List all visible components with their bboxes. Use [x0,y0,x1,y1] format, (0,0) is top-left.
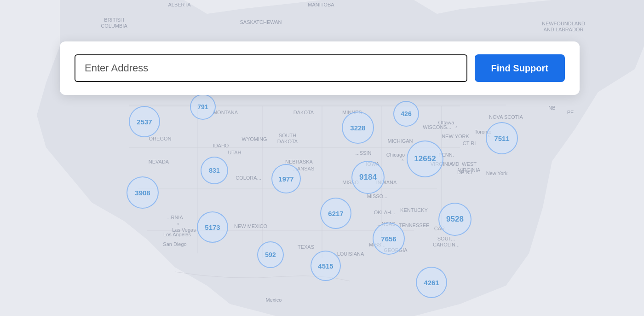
svg-text:SOUT...: SOUT... [437,236,455,241]
map-cluster[interactable]: 4261 [416,267,447,298]
svg-text:AND LABRADOR: AND LABRADOR [544,27,584,32]
svg-text:COLUMBIA: COLUMBIA [101,23,127,29]
svg-text:°: ° [177,222,179,228]
svg-text:Ottawa: Ottawa [438,120,455,125]
svg-text:WEST: WEST [462,161,477,167]
svg-text:Los Angeles: Los Angeles [163,232,191,237]
svg-text:CT RI: CT RI [463,140,476,146]
svg-text:BRITISH: BRITISH [104,17,124,23]
svg-text:MANITOBA: MANITOBA [308,2,334,7]
svg-text:OREGON: OREGON [149,136,172,141]
svg-text:MICHIGAN: MICHIGAN [388,138,413,144]
svg-text:...RNIA: ...RNIA [167,215,183,220]
svg-text:MONTANA: MONTANA [213,110,238,115]
map-cluster[interactable]: 12652 [407,140,443,177]
svg-text:VIRGINIA: VIRGINIA [458,167,481,173]
svg-text:MISSO...: MISSO... [367,193,388,199]
svg-text:DAKOTA: DAKOTA [293,110,314,115]
map-cluster[interactable]: 9528 [438,203,472,236]
svg-text:San Diego: San Diego [163,241,186,247]
svg-text:Chicago: Chicago [386,152,405,158]
svg-text:COLORA...: COLORA... [236,175,261,181]
svg-text:TENNESSEE: TENNESSEE [399,222,430,228]
svg-text:NOVA SCOTIA: NOVA SCOTIA [489,114,523,120]
svg-text:DAKOTA: DAKOTA [277,139,298,144]
svg-text:TEXAS: TEXAS [298,244,314,250]
map-cluster[interactable]: 592 [257,241,284,268]
map-cluster[interactable]: 3228 [342,111,374,144]
svg-text:NEBRASKA: NEBRASKA [285,159,313,164]
find-support-button[interactable]: Find Support [475,54,565,82]
svg-text:UTAH: UTAH [228,150,241,155]
svg-text:°: ° [455,125,457,131]
svg-text:ALBERTA: ALBERTA [168,2,191,7]
svg-text:...SSIN: ...SSIN [356,150,372,156]
svg-text:OKLAH...: OKLAH... [374,210,395,215]
map-cluster[interactable]: 2537 [129,106,160,137]
svg-text:SOUTH: SOUTH [279,133,297,138]
svg-text:NEW YORK: NEW YORK [442,134,469,139]
svg-text:SASKATCHEWAN: SASKATCHEWAN [240,19,282,25]
map-cluster[interactable]: 426 [393,101,419,127]
map-cluster[interactable]: 5173 [197,211,228,243]
svg-text:NEW MEXICO: NEW MEXICO [234,223,268,229]
svg-text:WYOMING: WYOMING [242,136,267,142]
search-panel: Find Support [60,41,580,95]
svg-text:IDAHO: IDAHO [213,143,229,148]
address-input[interactable] [75,54,467,82]
map-cluster[interactable]: 4515 [310,251,341,281]
map-cluster[interactable]: 7511 [486,122,518,154]
svg-text:NEWFOUNDLAND: NEWFOUNDLAND [542,21,585,26]
map-cluster[interactable]: 3908 [126,176,159,209]
map-cluster[interactable]: 9184 [351,161,385,194]
map-cluster[interactable]: 831 [201,157,228,184]
svg-text:CAROLIN...: CAROLIN... [433,242,460,247]
svg-text:Mexico: Mexico [266,297,282,303]
svg-text:°: ° [402,158,403,164]
map-cluster[interactable]: 1977 [271,164,301,193]
map-cluster[interactable]: 791 [190,94,216,120]
svg-text:New York: New York [486,170,508,176]
svg-text:LOUISIANA: LOUISIANA [337,251,364,257]
map-cluster[interactable]: 6217 [320,198,351,229]
svg-text:NEVADA: NEVADA [149,159,169,164]
svg-text:NB: NB [548,105,555,111]
map-cluster[interactable]: 7656 [373,222,405,255]
svg-text:PE: PE [567,110,574,115]
svg-text:KENTUCKY: KENTUCKY [400,207,428,213]
